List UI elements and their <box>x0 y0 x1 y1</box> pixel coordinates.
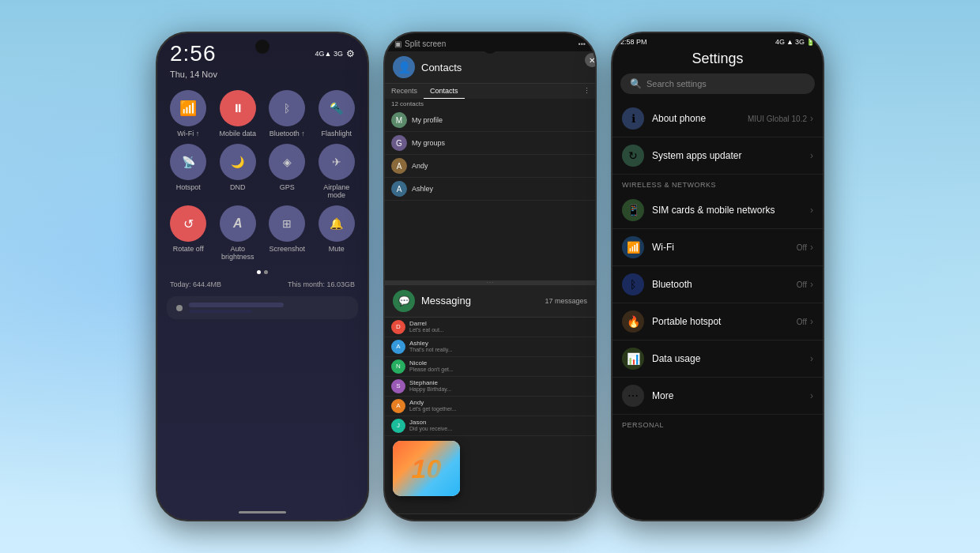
ashley-msg-avatar: A <box>391 340 405 354</box>
andy-name: Andy <box>412 162 428 170</box>
tile-mute[interactable]: 🔔 Mute <box>315 205 359 261</box>
settings-sim-cards[interactable]: 📱 SIM cards & mobile networks › <box>612 192 823 229</box>
flashlight-circle[interactable]: 🔦 <box>318 90 355 126</box>
gps-icon: ◈ <box>283 156 292 168</box>
bluetooth-circle[interactable]: ᛒ <box>269 90 305 126</box>
msg-stephanie[interactable]: S Stephanie Happy Birthday... <box>385 377 595 397</box>
messaging-header: 💬 Messaging 17 messages <box>385 285 595 318</box>
more-settings-icon: ⋯ <box>622 385 644 407</box>
rotate-icon: ↺ <box>183 216 194 231</box>
mute-circle[interactable]: 🔔 <box>318 205 355 242</box>
screenshot-circle[interactable]: ⊞ <box>269 205 305 242</box>
about-icon: ℹ <box>622 107 644 130</box>
contacts-list[interactable]: Recents Contacts ⋮ 12 contacts M My prof… <box>385 84 595 280</box>
notif-dot <box>176 305 183 311</box>
settings-data-usage[interactable]: 📊 Data usage › <box>612 340 823 378</box>
hotspot-settings-icon: 🔥 <box>622 310 644 333</box>
settings-hotspot[interactable]: 🔥 Portable hotspot Off › <box>612 303 823 340</box>
darrel-avatar: D <box>391 320 405 334</box>
page-dots <box>157 270 368 274</box>
hotspot-circle[interactable]: 📡 <box>170 144 206 180</box>
msg-jason[interactable]: J Jason Did you receive... <box>385 416 595 436</box>
msg-andy[interactable]: A Andy Let's get together... <box>385 397 595 416</box>
mobile-data-label: Mobile data <box>219 130 256 137</box>
dnd-circle[interactable]: 🌙 <box>220 144 256 180</box>
airplane-icon: ✈ <box>332 156 341 168</box>
tile-gps[interactable]: ◈ GPS <box>266 144 309 199</box>
notif-card-text <box>189 303 284 313</box>
my-groups-avatar: G <box>391 135 407 151</box>
settings-icon[interactable]: ⚙ <box>346 48 355 59</box>
brightness-circle[interactable]: A <box>220 205 256 242</box>
split-screen-label[interactable]: ▣ Split screen <box>394 40 446 48</box>
split-top-pane: 👤 Contacts Recents Contacts ⋮ 12 contact… <box>385 51 595 280</box>
msg-ashley[interactable]: A Ashley That's not really... <box>385 337 595 357</box>
miui-popup-card[interactable]: 10 <box>393 441 460 496</box>
miui-close-button[interactable]: ✕ <box>585 53 595 67</box>
tab-more[interactable]: ⋮ <box>577 84 595 99</box>
settings-more[interactable]: ⋯ More › <box>612 378 823 415</box>
tile-bluetooth[interactable]: ᛒ Bluetooth ↑ <box>266 90 309 137</box>
tile-hotspot[interactable]: 📡 Hotspot <box>167 144 210 199</box>
msg-nicole[interactable]: N Nicole Please don't get... <box>385 357 595 377</box>
tile-flashlight[interactable]: 🔦 Flashlight <box>315 90 359 137</box>
tile-screenshot[interactable]: ⊞ Screenshot <box>266 205 309 261</box>
contact-my-profile[interactable]: M My profile <box>385 109 595 132</box>
andy-msg-avatar: A <box>391 399 405 413</box>
settings-system-updater[interactable]: ↻ System apps updater › <box>612 137 823 175</box>
updater-settings-icon: ↻ <box>622 145 644 167</box>
system-updater-chevron: › <box>810 150 813 161</box>
contact-ashley[interactable]: A Ashley <box>385 178 595 201</box>
tab-contacts[interactable]: Contacts <box>424 84 465 99</box>
hotspot-icon: 📡 <box>182 156 195 168</box>
tile-rotate[interactable]: ↺ Rotate off <box>167 205 210 261</box>
settings-search[interactable]: 🔍 Search settings <box>620 73 815 94</box>
mobile-data-circle[interactable]: ⏸ <box>220 90 256 126</box>
messaging-count: 17 messages <box>545 297 587 305</box>
data-month: This month: 16.03GB <box>288 280 355 288</box>
gps-label: GPS <box>280 183 295 191</box>
tile-mobile-data[interactable]: ⏸ Mobile data <box>217 90 260 137</box>
contact-andy[interactable]: A Andy <box>385 155 595 178</box>
tile-auto-brightness[interactable]: A Auto brightness <box>217 205 260 261</box>
ashley-msg-name: Ashley <box>409 340 589 347</box>
notif-card[interactable] <box>167 296 358 319</box>
bluetooth-icon: ᛒ <box>284 102 290 115</box>
contacts-header: 👤 Contacts <box>385 51 595 84</box>
wifi-settings-label: Wi-Fi <box>652 242 797 253</box>
settings-about-phone[interactable]: ℹ About phone MIUI Global 10.2 › <box>612 100 823 137</box>
hotspot-chevron: › <box>810 316 813 327</box>
tile-wifi[interactable]: 📶 Wi-Fi ↑ <box>167 90 210 137</box>
gps-circle[interactable]: ◈ <box>269 144 305 180</box>
contact-count: 12 contacts <box>385 99 595 109</box>
search-icon: 🔍 <box>630 78 642 89</box>
settings-bluetooth[interactable]: ᛒ Bluetooth Off › <box>612 266 823 303</box>
screenshot-label: Screenshot <box>269 245 305 253</box>
bluetooth-chevron: › <box>810 279 813 290</box>
contacts-tabs: Recents Contacts ⋮ <box>385 84 595 99</box>
hotspot-settings-label: Portable hotspot <box>652 316 797 327</box>
personal-section-header: PERSONAL <box>612 415 823 432</box>
mute-label: Mute <box>329 245 345 253</box>
andy-msg-name: Andy <box>409 399 589 406</box>
tab-recents[interactable]: Recents <box>385 84 424 99</box>
settings-wifi[interactable]: 📶 Wi-Fi Off › <box>612 229 823 266</box>
ashley-name: Ashley <box>412 185 433 193</box>
my-profile-avatar: M <box>391 112 407 128</box>
phone-3: 2:58 PM 4G ▲ 3G 🔋 Settings 🔍 Search sett… <box>611 32 824 521</box>
rotate-circle[interactable]: ↺ <box>170 205 206 242</box>
contact-my-groups[interactable]: G My groups <box>385 132 595 155</box>
system-updater-label: System apps updater <box>652 150 810 161</box>
jason-name: Jason <box>409 419 589 426</box>
contacts-icon: 👤 <box>393 56 415 78</box>
msg-darrel[interactable]: D Darrel Let's eat out... <box>385 318 595 337</box>
tile-dnd[interactable]: 🌙 DND <box>217 144 260 199</box>
tile-airplane[interactable]: ✈ Airplane mode <box>315 144 359 199</box>
mute-icon: 🔔 <box>330 217 343 230</box>
wifi-circle[interactable]: 📶 <box>170 90 206 126</box>
messaging-title: Messaging <box>421 295 471 307</box>
signal-icon: 4G <box>775 38 785 46</box>
dnd-label: DND <box>230 183 246 191</box>
settings-time: 2:58 PM <box>620 38 647 46</box>
airplane-circle[interactable]: ✈ <box>318 144 355 180</box>
